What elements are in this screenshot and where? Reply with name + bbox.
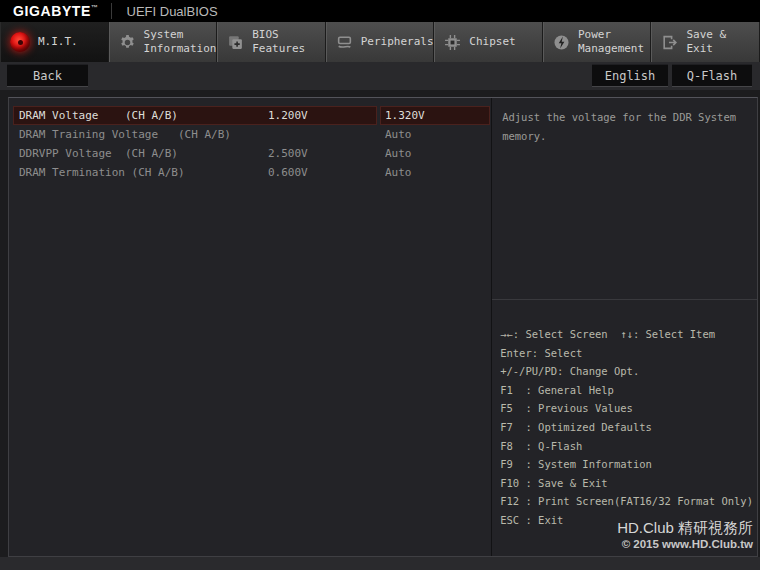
setting-default-value: 0.600V xyxy=(268,166,308,179)
gear-icon xyxy=(119,34,136,51)
peripherals-icon xyxy=(336,34,353,51)
setting-current-value[interactable]: Auto xyxy=(380,144,490,163)
item-help-text: Adjust the voltage for the DDR System me… xyxy=(492,98,757,300)
help-pane: Adjust the voltage for the DDR System me… xyxy=(492,98,757,556)
toolbar-strip: Back English Q-Flash xyxy=(0,62,760,90)
hint-f12: F12 : Print Screen(FAT16/32 Format Only) xyxy=(500,492,753,511)
tab-power-management[interactable]: Power Management xyxy=(543,22,652,62)
language-button[interactable]: English xyxy=(592,64,668,87)
settings-list: DRAM Voltage (CH A/B) 1.200V 1.320V DRAM… xyxy=(13,106,487,182)
hint-f7: F7 : Optimized Defaults xyxy=(500,418,753,437)
hint-f5: F5 : Previous Values xyxy=(500,399,753,418)
hint-f8: F8 : Q-Flash xyxy=(500,437,753,456)
setting-row-dram-termination[interactable]: DRAM Termination (CH A/B) 0.600V Auto xyxy=(13,163,487,182)
tab-save-exit[interactable]: Save & Exit xyxy=(651,22,760,62)
title-bar: GIGABYTE™ UEFI DualBIOS xyxy=(0,0,760,22)
tab-label: M.I.T. xyxy=(38,35,78,49)
setting-row-dram-voltage[interactable]: DRAM Voltage (CH A/B) 1.200V 1.320V xyxy=(13,106,487,125)
hint-f9: F9 : System Information xyxy=(500,455,753,474)
tab-label: Chipset xyxy=(469,35,515,49)
setting-label: DRAM Voltage (CH A/B) xyxy=(19,109,178,122)
tab-label: Peripherals xyxy=(361,35,434,49)
tab-label: System Information xyxy=(144,28,217,56)
key-hints: →←: Select Screen ↑↓: Select Item Enter:… xyxy=(492,300,757,556)
settings-pane: DRAM Voltage (CH A/B) 1.200V 1.320V DRAM… xyxy=(9,98,492,556)
hint-enter: Enter: Select xyxy=(500,344,753,363)
save-exit-icon xyxy=(661,34,678,51)
setting-label: DRAM Training Voltage (CH A/B) xyxy=(19,128,231,141)
setting-row-ddrvpp-voltage[interactable]: DDRVPP Voltage (CH A/B) 2.500V Auto xyxy=(13,144,487,163)
bios-title: UEFI DualBIOS xyxy=(112,4,218,19)
hint-select-screen: →←: Select Screen ↑↓: Select Item xyxy=(500,325,753,344)
watermark-line2: © 2015 www.HD.Club.tw xyxy=(617,537,753,551)
bios-layers-icon xyxy=(227,34,244,51)
hint-f1: F1 : General Help xyxy=(500,381,753,400)
tab-mit[interactable]: M.I.T. xyxy=(0,22,109,62)
tab-bios-features[interactable]: BIOS Features xyxy=(217,22,326,62)
setting-current-value[interactable]: Auto xyxy=(380,163,490,182)
main-area: DRAM Voltage (CH A/B) 1.200V 1.320V DRAM… xyxy=(0,90,760,570)
trademark-symbol: ™ xyxy=(91,4,99,11)
tab-system-information[interactable]: System Information xyxy=(109,22,218,62)
tab-chipset[interactable]: Chipset xyxy=(434,22,543,62)
gigabyte-logo: GIGABYTE™ xyxy=(0,3,99,19)
setting-label: DDRVPP Voltage (CH A/B) xyxy=(19,147,178,160)
main-menu-tabbar: M.I.T. System Information BIOS Features … xyxy=(0,22,760,62)
bottom-strip xyxy=(0,557,760,570)
qflash-button[interactable]: Q-Flash xyxy=(672,64,752,87)
back-button[interactable]: Back xyxy=(7,64,88,87)
power-bolt-icon xyxy=(553,34,570,51)
setting-label: DRAM Termination (CH A/B) xyxy=(19,166,185,179)
content-panel: DRAM Voltage (CH A/B) 1.200V 1.320V DRAM… xyxy=(8,97,758,557)
hint-f10: F10 : Save & Exit xyxy=(500,474,753,493)
mit-red-dot-icon xyxy=(10,32,30,52)
setting-current-value[interactable]: Auto xyxy=(380,125,490,144)
setting-current-value[interactable]: 1.320V xyxy=(380,106,490,125)
tab-label: BIOS Features xyxy=(252,28,325,56)
tab-peripherals[interactable]: Peripherals xyxy=(326,22,435,62)
setting-row-dram-training-voltage[interactable]: DRAM Training Voltage (CH A/B) Auto xyxy=(13,125,487,144)
setting-default-value: 2.500V xyxy=(268,147,308,160)
hint-change-opt: +/-/PU/PD: Change Opt. xyxy=(500,362,753,381)
watermark-line1: HD.Club 精研視務所 xyxy=(617,519,753,537)
watermark: HD.Club 精研視務所 © 2015 www.HD.Club.tw xyxy=(617,519,753,551)
tab-label: Power Management xyxy=(578,28,651,56)
chipset-icon xyxy=(444,34,461,51)
setting-default-value: 1.200V xyxy=(268,109,308,122)
tab-label: Save & Exit xyxy=(686,28,759,56)
